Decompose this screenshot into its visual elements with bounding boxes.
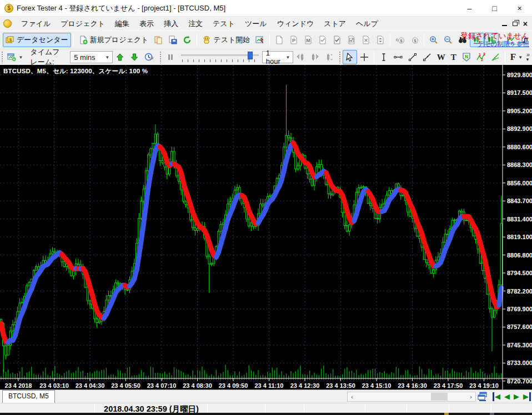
step-forward-button[interactable] bbox=[308, 50, 322, 64]
mdi-minimize-button[interactable] bbox=[502, 25, 507, 26]
zoom-in-button[interactable] bbox=[426, 33, 441, 47]
scroll-right-arrow[interactable]: › bbox=[466, 393, 475, 400]
go-next-button[interactable]: ▶ bbox=[514, 392, 519, 401]
menu-item-3[interactable]: 表示 bbox=[134, 17, 159, 31]
maximize-button[interactable]: □ bbox=[482, 0, 507, 17]
elliott-123-tool-button[interactable]: 1 2 3 bbox=[474, 50, 488, 64]
menu-item-7[interactable]: ツール bbox=[240, 17, 272, 31]
vertical-line-tool-button[interactable] bbox=[377, 50, 391, 64]
test-speed-slider[interactable] bbox=[181, 51, 259, 63]
pause-icon bbox=[166, 53, 175, 62]
deposit-money-button[interactable]: $ bbox=[393, 33, 407, 47]
test-settings-button[interactable]: テスト開始 bbox=[199, 33, 253, 47]
toolbar-overflow-caret[interactable]: ▼ bbox=[525, 57, 530, 62]
blank-document-icon bbox=[275, 36, 284, 44]
slider-thumb[interactable] bbox=[248, 52, 253, 59]
menu-item-1[interactable]: プロジェクト bbox=[56, 17, 110, 31]
timeframe-up-button[interactable] bbox=[113, 50, 127, 64]
timeframe-select[interactable]: 5 mins ▼ bbox=[70, 51, 113, 63]
pause-test-button[interactable] bbox=[163, 50, 178, 64]
trend-line-tool-button[interactable] bbox=[405, 50, 420, 64]
speed-select[interactable]: 1 hour ▼ bbox=[262, 51, 293, 63]
clock-wrench-icon bbox=[144, 53, 153, 62]
crosshair-tool-button[interactable] bbox=[357, 50, 372, 64]
tab-btcusd-m5[interactable]: BTCUSD, M5 bbox=[2, 390, 55, 403]
svg-text:P: P bbox=[292, 38, 295, 43]
menu-item-9[interactable]: ストア bbox=[319, 17, 351, 31]
copy-project-button[interactable] bbox=[151, 33, 165, 47]
fibonacci-tool-button[interactable]: F ▼ bbox=[508, 50, 525, 64]
demo-limits-link[interactable]: デモの制限を参照 bbox=[460, 40, 529, 48]
svg-text:23 4 03:10: 23 4 03:10 bbox=[39, 382, 69, 389]
toolbar-grip[interactable] bbox=[159, 51, 161, 63]
add-chart-window-button[interactable]: ▼ bbox=[4, 50, 26, 64]
data-center-button[interactable]: $ データセンター bbox=[3, 33, 71, 47]
svg-text:23 4 09:50: 23 4 09:50 bbox=[219, 382, 248, 389]
go-previous-button[interactable]: ◀ bbox=[504, 392, 510, 401]
zoom-out-button[interactable] bbox=[441, 33, 455, 47]
timeframe-down-button[interactable] bbox=[127, 50, 142, 64]
note-badge-icon: N bbox=[462, 53, 471, 62]
minimize-button[interactable]: – bbox=[457, 0, 482, 17]
text-tool-button[interactable]: T bbox=[448, 50, 459, 64]
open-orders-button[interactable]: P bbox=[287, 33, 301, 47]
svg-text:8745.300: 8745.300 bbox=[507, 342, 532, 348]
go-last-button[interactable]: ▶ bbox=[523, 392, 531, 401]
svg-text:8757.600: 8757.600 bbox=[507, 323, 532, 330]
note-tool-button[interactable]: N bbox=[459, 50, 474, 64]
mdi-close-button[interactable]: × bbox=[523, 21, 528, 27]
menu-item-4[interactable]: 挿入 bbox=[159, 17, 183, 31]
statistics-button[interactable] bbox=[373, 33, 388, 47]
menu-item-10[interactable]: ヘルプ bbox=[351, 17, 383, 31]
ray-icon bbox=[423, 53, 431, 62]
menu-item-6[interactable]: テスト bbox=[208, 17, 240, 31]
menu-item-8[interactable]: ウィンドウ bbox=[272, 17, 319, 31]
candle-forward-icon bbox=[310, 53, 319, 62]
svg-text:23 4 11:10: 23 4 11:10 bbox=[255, 382, 284, 389]
deleted-orders-button[interactable] bbox=[359, 33, 373, 47]
restart-project-button[interactable] bbox=[180, 33, 194, 47]
status-divider bbox=[365, 404, 365, 412]
angle-tool-button[interactable] bbox=[488, 50, 503, 64]
app-logo-icon: $ bbox=[4, 4, 13, 13]
go-first-button[interactable]: ◀ bbox=[493, 392, 500, 401]
price-chart[interactable]: 8929.8008917.5008905.2008892.9008880.600… bbox=[0, 65, 532, 389]
status-divider bbox=[449, 404, 449, 412]
toolbar-grip[interactable] bbox=[1, 51, 3, 63]
quick-test-button[interactable] bbox=[253, 33, 267, 47]
chart-area[interactable]: BTCUSD、M5、セル: 123000、スケール: 100 % 8929.80… bbox=[0, 65, 532, 389]
cursor-tool-button[interactable] bbox=[343, 50, 357, 64]
toolbar-overflow-chevron[interactable]: » bbox=[526, 52, 530, 57]
tab-scrollbar[interactable]: ‹ › bbox=[347, 392, 476, 402]
closed-orders-button[interactable] bbox=[330, 33, 344, 47]
pending-orders-button[interactable] bbox=[315, 33, 330, 47]
separator bbox=[374, 51, 374, 63]
withdraw-money-button[interactable]: $ bbox=[407, 33, 421, 47]
scroll-left-arrow[interactable]: ‹ bbox=[348, 393, 357, 400]
horizontal-line-tool-button[interactable] bbox=[391, 50, 405, 64]
pattern-123-icon: 1 2 3 bbox=[476, 53, 485, 62]
new-project-button[interactable]: 新規プロジェクト bbox=[76, 33, 152, 47]
ray-tool-button[interactable] bbox=[420, 50, 434, 64]
new-chart-button[interactable] bbox=[272, 33, 287, 47]
market-orders-button[interactable]: M bbox=[301, 33, 315, 47]
cascade-windows-icon[interactable] bbox=[478, 392, 489, 402]
menu-item-2[interactable]: 編集 bbox=[110, 17, 134, 31]
time-settings-button[interactable] bbox=[142, 50, 156, 64]
wave-tool-button[interactable]: W bbox=[434, 50, 448, 64]
toolbar-grip[interactable] bbox=[339, 51, 340, 63]
scrollbar-thumb[interactable] bbox=[431, 393, 448, 401]
mdi-restore-button[interactable] bbox=[513, 22, 518, 26]
account-history-button[interactable] bbox=[344, 33, 359, 47]
document-tab-bar: BTCUSD, M5 ‹ › ◀ ◀ ▶ ▶ bbox=[0, 389, 532, 403]
svg-text:8794.500: 8794.500 bbox=[507, 270, 532, 276]
status-divider bbox=[304, 404, 304, 412]
fibonacci-letter: F bbox=[510, 52, 516, 63]
menu-item-0[interactable]: ファイル bbox=[16, 17, 56, 31]
step-back-button[interactable] bbox=[293, 50, 308, 64]
chevron-down-icon: ▼ bbox=[103, 55, 111, 60]
candle-scale-button[interactable] bbox=[322, 50, 337, 64]
menu-item-5[interactable]: 注文 bbox=[183, 17, 208, 31]
save-project-button[interactable] bbox=[165, 33, 180, 47]
close-button[interactable]: × bbox=[507, 0, 532, 17]
